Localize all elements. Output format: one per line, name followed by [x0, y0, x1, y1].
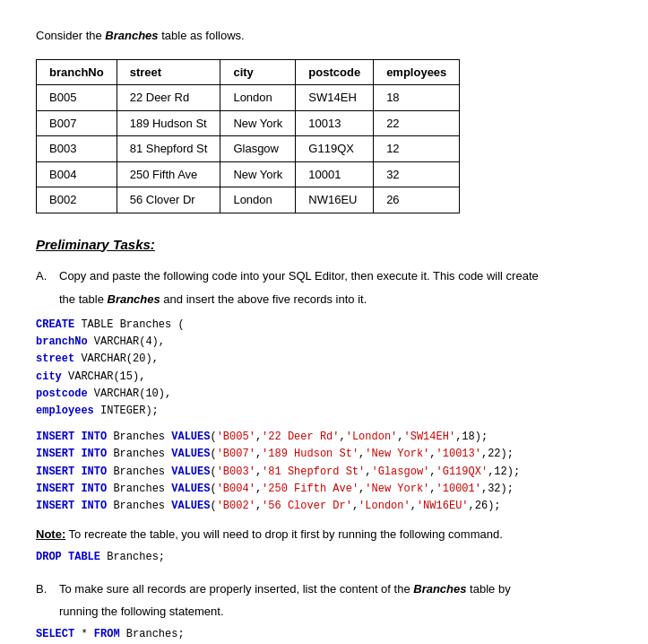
insert-code-block: INSERT INTO Branches VALUES('B005','22 D…: [36, 429, 612, 515]
table-cell: Glasgow: [220, 136, 296, 162]
intro-paragraph: Consider the Branches table as follows.: [36, 27, 612, 45]
task-b-text: To make sure all records are properly in…: [59, 580, 511, 598]
task-b-letter: B.: [36, 580, 52, 598]
task-a-second-line: the table Branches and insert the above …: [59, 291, 612, 309]
table-cell: 250 Fifth Ave: [117, 161, 220, 187]
table-cell: 81 Shepford St: [117, 136, 220, 162]
table-cell: 56 Clover Dr: [117, 187, 220, 213]
table-cell: SW14EH: [296, 85, 374, 111]
table-row: B00522 Deer RdLondonSW14EH18: [37, 85, 460, 111]
intro-bold: Branches: [105, 29, 158, 42]
create-table-code: CREATE TABLE Branches ( branchNo VARCHAR…: [36, 317, 612, 420]
table-cell: 32: [374, 161, 460, 187]
table-cell: 189 Hudson St: [117, 110, 220, 136]
select-code: SELECT * FROM Branches;: [36, 626, 612, 643]
table-row: B00256 Clover DrLondonNW16EU26: [37, 187, 460, 213]
col-header-branchno: branchNo: [37, 59, 117, 85]
table-cell: London: [220, 187, 296, 213]
table-cell: 26: [374, 187, 460, 213]
task-a: A. Copy and paste the following code int…: [36, 267, 612, 515]
note-label: Note:: [36, 527, 65, 541]
drop-code: DROP TABLE Branches;: [36, 549, 612, 566]
table-cell: London: [220, 85, 296, 111]
table-cell: New York: [220, 110, 296, 136]
table-cell: 10013: [296, 110, 374, 136]
table-cell: New York: [220, 161, 296, 187]
table-row: B004250 Fifth AveNew York1000132: [37, 161, 460, 187]
table-cell: B003: [37, 136, 117, 162]
table-cell: G119QX: [296, 136, 374, 162]
col-header-street: street: [117, 59, 220, 85]
table-cell: B007: [37, 110, 117, 136]
table-row: B007189 Hudson StNew York1001322: [37, 110, 460, 136]
task-b-second-line: running the following statement.: [59, 603, 612, 621]
table-cell: 12: [374, 136, 460, 162]
task-b: B. To make sure all records are properly…: [36, 580, 612, 643]
section-title: Preliminary Tasks:: [36, 235, 612, 256]
table-cell: NW16EU: [296, 187, 374, 213]
table-cell: B002: [37, 187, 117, 213]
table-cell: 22 Deer Rd: [117, 85, 220, 111]
table-cell: 18: [374, 85, 460, 111]
task-a-text: Copy and paste the following code into y…: [59, 267, 539, 285]
table-cell: B004: [37, 161, 117, 187]
table-cell: 10001: [296, 161, 374, 187]
table-cell: B005: [37, 85, 117, 111]
col-header-employees: employees: [374, 59, 460, 85]
col-header-postcode: postcode: [296, 59, 374, 85]
note-line: Note: To recreate the table, you will ne…: [36, 526, 612, 544]
table-row: B00381 Shepford StGlasgowG119QX12: [37, 136, 460, 162]
note-text: To recreate the table, you will need to …: [69, 527, 503, 541]
table-cell: 22: [374, 110, 460, 136]
task-a-letter: A.: [36, 267, 52, 285]
col-header-city: city: [220, 59, 296, 85]
branches-table: branchNo street city postcode employees …: [36, 59, 460, 213]
